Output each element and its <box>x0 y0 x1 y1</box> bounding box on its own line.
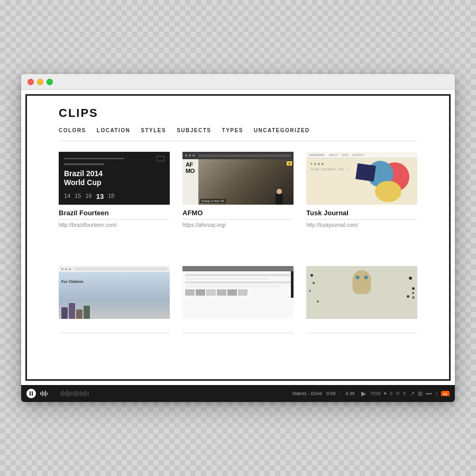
minimize-button[interactable] <box>37 79 43 85</box>
browser-window: CLIPS COLORS LOCATION STYLES SUBJECTS TY… <box>21 74 455 402</box>
wf-23 <box>88 391 89 396</box>
wf-8 <box>64 392 65 395</box>
wf-19 <box>81 392 83 396</box>
wf-9 <box>66 391 67 396</box>
heart-icon: ♥ <box>384 391 387 396</box>
player-next-button[interactable]: ▶ <box>361 390 366 397</box>
nav-uncategorized[interactable]: UNCATEGORIZED <box>254 127 310 133</box>
item-title-table <box>182 323 294 331</box>
table-line-2 <box>185 278 270 280</box>
item-divider-table <box>182 333 294 333</box>
pause-bar-right <box>32 391 33 396</box>
player-bar: Mænic - Drive 0:09 / 4:39 ▶ 7828 ♥ 0 ↺ 0… <box>21 385 455 402</box>
wf-13 <box>72 392 73 395</box>
player-waveform <box>40 389 288 398</box>
face-right-dots <box>412 287 415 299</box>
thumbnail-table <box>182 266 294 319</box>
item-url-afmo[interactable]: https://aforsay.org/ <box>182 222 294 228</box>
maximize-button[interactable] <box>47 79 53 85</box>
site-nav: COLORS LOCATION STYLES SUBJECTS TYPES UN… <box>59 127 417 141</box>
player-time-sep: / <box>340 391 341 396</box>
nav-types[interactable]: TYPES <box>222 127 243 133</box>
children-photo: SIBLINGS For Children <box>59 272 170 319</box>
face-rdot-1 <box>412 287 415 290</box>
waveform-unplayed <box>61 390 288 397</box>
up-icon[interactable]: ↑ <box>435 390 438 397</box>
browser-content: CLIPS COLORS LOCATION STYLES SUBJECTS TY… <box>21 90 455 402</box>
afmo-dot-3 <box>193 154 195 157</box>
afmo-figure <box>276 189 283 205</box>
face-dot-5 <box>407 295 409 298</box>
tusk-nav: ABOUT SHOP CONTACT <box>329 153 364 157</box>
nav-styles[interactable]: STYLES <box>141 127 166 133</box>
gallery-item-table[interactable] <box>182 266 294 369</box>
brazil-numbers: 14 15 16 13 18 <box>64 193 164 200</box>
nav-subjects[interactable]: SUBJECTS <box>177 127 211 133</box>
tusk-nav-2: SHOP <box>341 153 349 157</box>
brazil-num-14: 14 <box>64 193 70 200</box>
item-divider-afmo <box>182 219 294 219</box>
afmo-address-bar <box>198 154 291 157</box>
brazil-icon <box>157 156 164 161</box>
share-icon[interactable]: ↗ <box>410 390 415 397</box>
tusk-logo-text: TUSK <box>310 162 325 166</box>
face-shape <box>353 270 371 294</box>
wf-10 <box>67 390 68 397</box>
tusk-shape-dark <box>355 163 376 182</box>
repost-icon: ↺ <box>396 391 400 396</box>
gallery-item-afmo[interactable]: AFMO Group in the US ● AFMO https://afor… <box>182 152 294 255</box>
close-button[interactable] <box>28 79 34 85</box>
gallery-item-face[interactable] <box>306 266 417 369</box>
thumbnail-afmo: AFMO Group in the US ● <box>182 152 294 205</box>
item-title-face <box>306 323 417 331</box>
player-play-count: 7828 <box>370 391 381 396</box>
face-dot-6 <box>317 300 319 303</box>
brazil-sub-bar <box>64 163 104 165</box>
player-track-name: Mænic - Drive <box>292 391 322 396</box>
player-play-pause-button[interactable] <box>26 389 36 398</box>
thumbnail-children: SIBLINGS For Children <box>59 266 170 319</box>
table-images <box>185 289 291 296</box>
afmo-head <box>277 189 282 194</box>
brazil-title: Brazil 2014World Cup <box>64 169 164 187</box>
afmo-logo: AFMO <box>186 161 195 174</box>
face-dot-4 <box>309 290 311 292</box>
wf-3 <box>43 392 44 396</box>
table-line-4 <box>185 285 280 287</box>
wf-21 <box>85 390 86 397</box>
item-url-tusk[interactable]: http://tuskjournal.com/ <box>306 222 417 228</box>
thumbnail-brazil: Brazil 2014World Cup 14 15 16 13 18 <box>59 152 170 205</box>
soundcloud-label: sc <box>443 392 447 396</box>
tusk-subtitle-text: TUSK JOURNAL VOL. 1 <box>310 168 350 171</box>
wf-15 <box>75 391 76 396</box>
gallery-item-tusk[interactable]: ABOUT SHOP CONTACT TUSK <box>306 152 417 255</box>
children-header-bar <box>59 266 170 272</box>
tusk-header-bar: ABOUT SHOP CONTACT <box>306 152 417 158</box>
item-url-brazil[interactable]: http://brazilfourteen.com/ <box>59 222 170 228</box>
tbl-img-5 <box>227 289 237 296</box>
item-title-children <box>59 323 170 331</box>
player-like-count: 0 <box>390 391 392 396</box>
gallery-item-children[interactable]: SIBLINGS For Children <box>59 266 170 369</box>
wf-11 <box>69 392 70 396</box>
wf-4 <box>45 390 46 397</box>
afmo-header-bar <box>182 152 294 159</box>
tbl-img-6 <box>238 289 248 296</box>
wf-5 <box>47 392 48 395</box>
nav-colors[interactable]: COLORS <box>59 127 86 133</box>
site-logo: CLIPS <box>59 106 417 120</box>
tusk-circle-yellow <box>375 181 401 202</box>
bookmark-icon[interactable]: ⊞ <box>418 390 423 397</box>
tbl-img-2 <box>196 289 205 296</box>
wf-2 <box>42 391 43 396</box>
afmo-caption: Group in the US <box>200 199 226 203</box>
more-icon[interactable]: ••• <box>426 390 432 397</box>
children-dot-1 <box>61 268 63 270</box>
nav-location[interactable]: LOCATION <box>97 127 130 133</box>
tusk-logo-bar <box>309 154 325 156</box>
wf-16 <box>77 390 78 397</box>
gallery-item-brazil[interactable]: Brazil 2014World Cup 14 15 16 13 18 Braz… <box>59 152 170 255</box>
player-time-total: 4:39 <box>345 391 355 396</box>
table-content <box>182 271 294 297</box>
children-dot-2 <box>65 268 67 270</box>
